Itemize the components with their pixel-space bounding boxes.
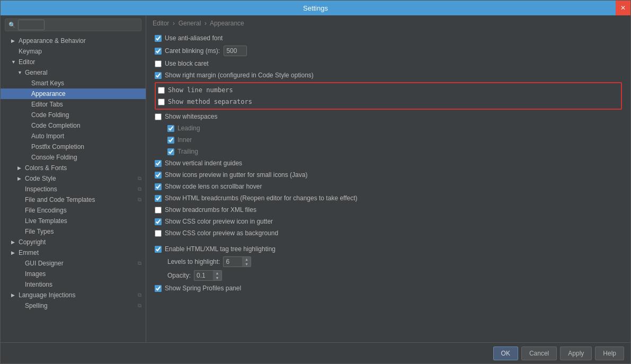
sidebar-item-appearance[interactable]: Appearance — [1, 88, 146, 99]
sidebar-item-colors-fonts[interactable]: ▶ Colors & Fonts — [1, 163, 146, 173]
inner-checkbox[interactable] — [167, 137, 174, 144]
setting-show-css-color-preview-bg: Show CSS color preview as background — [155, 227, 622, 239]
show-method-separators-label[interactable]: Show method separators — [158, 98, 252, 105]
leading-label[interactable]: Leading — [167, 125, 200, 132]
use-block-caret-text: Use block caret — [165, 60, 209, 67]
spinner-up-opacity-button[interactable]: ▲ — [213, 271, 221, 276]
sidebar-item-code-style[interactable]: ▶ Code Style ⧉ — [1, 173, 146, 184]
sidebar-item-label: Spelling — [25, 302, 48, 309]
settings-window: Settings ✕ 🔍 ▶ Appearance & Behavior Key… — [0, 0, 631, 364]
sidebar-item-images[interactable]: Images — [1, 269, 146, 279]
sidebar-item-label: Images — [25, 270, 46, 278]
show-css-color-preview-bg-label[interactable]: Show CSS color preview as background — [155, 229, 278, 237]
sidebar-item-copyright[interactable]: ▶ Copyright — [1, 237, 146, 247]
sidebar-item-console-folding[interactable]: Console Folding — [1, 152, 146, 163]
show-icons-preview-checkbox[interactable] — [155, 172, 162, 179]
cancel-button[interactable]: Cancel — [521, 347, 557, 360]
show-spring-profiles-checkbox[interactable] — [155, 285, 162, 292]
show-breadcrumbs-xml-label[interactable]: Show breadcrumbs for XML files — [155, 206, 256, 214]
search-box: 🔍 — [5, 19, 141, 31]
show-whitespaces-checkbox[interactable] — [155, 113, 162, 120]
sidebar-item-file-code-templates[interactable]: File and Code Templates ⧉ — [1, 194, 146, 205]
show-css-color-preview-bg-checkbox[interactable] — [155, 230, 162, 237]
trailing-checkbox[interactable] — [167, 148, 174, 155]
sidebar-item-code-completion[interactable]: Code Completion — [1, 120, 146, 131]
leading-checkbox[interactable] — [167, 125, 174, 132]
copy-icon: ⧉ — [138, 197, 141, 203]
show-vertical-indent-guides-text: Show vertical indent guides — [165, 159, 242, 167]
show-line-numbers-label[interactable]: Show line numbers — [158, 86, 233, 94]
enable-html-xml-tag-tree-checkbox[interactable] — [155, 246, 162, 253]
inner-label[interactable]: Inner — [167, 136, 192, 144]
help-button[interactable]: Help — [595, 347, 624, 360]
show-right-margin-checkbox[interactable] — [155, 72, 162, 79]
show-method-separators-checkbox[interactable] — [158, 99, 165, 105]
spinner-down-opacity-button[interactable]: ▼ — [213, 276, 221, 280]
show-code-lens-checkbox[interactable] — [155, 183, 162, 190]
caret-blinking-value[interactable] — [224, 46, 247, 56]
use-anti-aliased-font-label[interactable]: Use anti-aliased font — [155, 34, 223, 42]
sidebar-item-intentions[interactable]: Intentions — [1, 279, 146, 290]
sidebar-item-spelling[interactable]: Spelling ⧉ — [1, 300, 146, 311]
sidebar-item-editor-tabs[interactable]: Editor Tabs — [1, 99, 146, 110]
sidebar-item-auto-import[interactable]: Auto Import — [1, 131, 146, 141]
close-button[interactable]: ✕ — [616, 1, 630, 15]
sidebar-item-keymap[interactable]: Keymap — [1, 46, 146, 57]
show-spring-profiles-label[interactable]: Show Spring Profiles panel — [155, 285, 241, 292]
enable-html-xml-tag-tree-label[interactable]: Enable HTML/XML tag tree highlighting — [155, 245, 275, 253]
caret-blinking-label[interactable]: Caret blinking (ms): — [155, 47, 220, 55]
use-block-caret-checkbox[interactable] — [155, 60, 162, 67]
search-input[interactable] — [18, 20, 45, 30]
show-html-breadcrumbs-checkbox[interactable] — [155, 195, 162, 202]
sidebar-item-smart-keys[interactable]: Smart Keys — [1, 78, 146, 88]
sidebar-item-language-injections[interactable]: ▶ Language Injections ⧉ — [1, 290, 146, 300]
use-anti-aliased-font-checkbox[interactable] — [155, 35, 162, 42]
sidebar-item-inspections[interactable]: Inspections ⧉ — [1, 184, 146, 194]
sidebar-item-editor[interactable]: ▼ Editor — [1, 57, 146, 67]
show-breadcrumbs-xml-checkbox[interactable] — [155, 207, 162, 214]
show-vertical-indent-guides-label[interactable]: Show vertical indent guides — [155, 159, 242, 167]
arrow-icon: ▶ — [17, 165, 24, 171]
levels-to-highlight-input[interactable] — [223, 256, 242, 267]
sidebar-item-gui-designer[interactable]: GUI Designer ⧉ — [1, 258, 146, 269]
sidebar-item-label: Editor Tabs — [31, 101, 63, 108]
ok-button[interactable]: OK — [493, 347, 518, 360]
copy-icon: ⧉ — [138, 260, 141, 267]
setting-use-anti-aliased-font: Use anti-aliased font — [155, 32, 622, 44]
trailing-label[interactable]: Trailing — [167, 148, 198, 155]
setting-opacity: Opacity: ▲ ▼ — [155, 269, 622, 282]
caret-blinking-checkbox[interactable] — [155, 48, 162, 55]
show-code-lens-label[interactable]: Show code lens on scrollbar hover — [155, 183, 262, 190]
spinner-up-button[interactable]: ▲ — [242, 257, 251, 262]
breadcrumb-text: Editor › General › Appearance — [153, 20, 244, 27]
show-breadcrumbs-xml-text: Show breadcrumbs for XML files — [165, 206, 256, 214]
show-icons-preview-label[interactable]: Show icons preview in gutter for small i… — [155, 171, 307, 179]
sidebar-item-emmet[interactable]: ▶ Emmet — [1, 247, 146, 258]
sidebar-item-general[interactable]: ▼ General — [1, 67, 146, 78]
sidebar-item-file-encodings[interactable]: File Encodings — [1, 205, 146, 216]
show-css-color-preview-icon-checkbox[interactable] — [155, 218, 162, 225]
sidebar-item-postfix-completion[interactable]: Postfix Completion — [1, 141, 146, 152]
sidebar-item-appearance-behavior[interactable]: ▶ Appearance & Behavior — [1, 35, 146, 46]
show-whitespaces-label[interactable]: Show whitespaces — [155, 113, 217, 120]
use-block-caret-label[interactable]: Use block caret — [155, 60, 209, 67]
apply-button[interactable]: Apply — [560, 347, 592, 360]
spinner-down-button[interactable]: ▼ — [242, 262, 251, 267]
window-title: Settings — [303, 4, 328, 12]
sidebar-item-label: Copyright — [19, 238, 46, 246]
setting-show-css-color-preview-icon: Show CSS color preview icon in gutter — [155, 216, 622, 227]
highlight-box: Show line numbers Show method separators — [155, 82, 622, 110]
opacity-input[interactable] — [194, 270, 213, 281]
show-right-margin-label[interactable]: Show right margin (configured in Code St… — [155, 72, 314, 79]
sidebar-item-code-folding[interactable]: Code Folding — [1, 110, 146, 120]
show-whitespaces-text: Show whitespaces — [165, 113, 217, 120]
sidebar-item-label: Appearance — [31, 90, 66, 97]
show-css-color-preview-icon-text: Show CSS color preview icon in gutter — [165, 218, 273, 225]
show-html-breadcrumbs-label[interactable]: Show HTML breadcrumbs (Reopen editor for… — [155, 194, 358, 202]
sidebar-item-label: Appearance & Behavior — [19, 37, 86, 45]
sidebar-item-live-templates[interactable]: Live Templates — [1, 216, 146, 226]
show-vertical-indent-guides-checkbox[interactable] — [155, 160, 162, 167]
sidebar-item-file-types[interactable]: File Types — [1, 226, 146, 237]
show-css-color-preview-icon-label[interactable]: Show CSS color preview icon in gutter — [155, 218, 273, 225]
show-line-numbers-checkbox[interactable] — [158, 87, 165, 94]
